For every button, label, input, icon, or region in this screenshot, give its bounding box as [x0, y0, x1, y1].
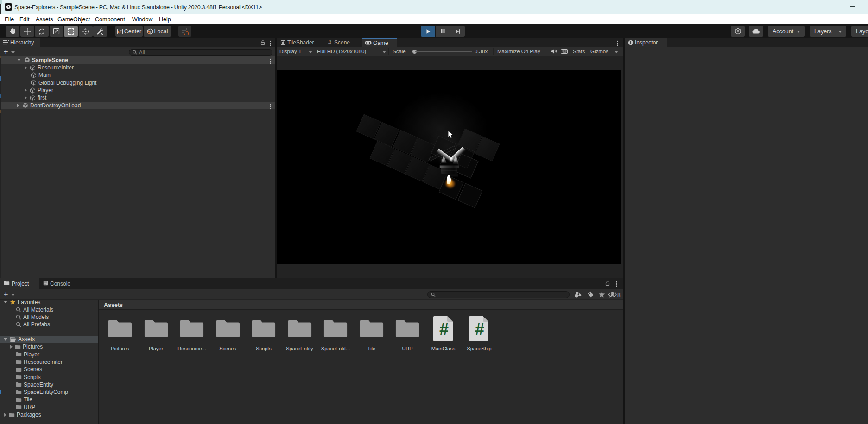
svg-text:#: # [439, 320, 448, 339]
svg-text:#: # [475, 320, 484, 339]
